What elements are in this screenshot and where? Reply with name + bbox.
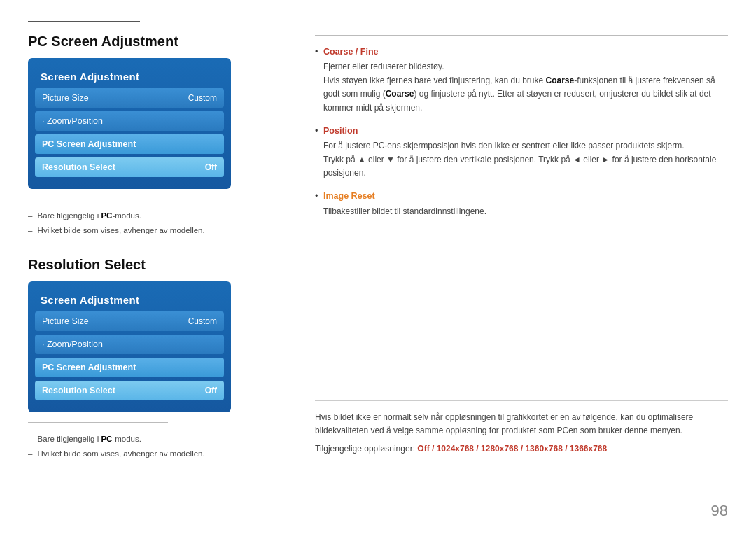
- menu-item-label: Resolution Select: [42, 386, 115, 395]
- section2-menu-card: Screen Adjustment Picture Size Custom · …: [28, 281, 231, 412]
- menu-item-value: Custom: [188, 316, 217, 326]
- resolution-options: Tilgjengelige oppløsninger: Off / 1024x7…: [315, 442, 728, 455]
- resolution-options-label: Tilgjengelige oppløsninger:: [315, 444, 417, 454]
- menu-item-label: · Zoom/Position: [42, 339, 103, 349]
- bullet-text-position-1: For å justere PC-ens skjermposisjon hvis…: [323, 141, 685, 150]
- section1-menu-card: Screen Adjustment Picture Size Custom · …: [28, 58, 231, 189]
- resolution-options-values: Off / 1024x768 / 1280x768 / 1360x768 / 1…: [417, 444, 607, 454]
- note-line-4: – Hvilket bilde som vises, avhenger av m…: [28, 447, 280, 460]
- menu-item-pc-screen-1[interactable]: PC Screen Adjustment: [35, 134, 224, 154]
- menu-item-pc-screen-2[interactable]: PC Screen Adjustment: [35, 358, 224, 377]
- section2-title: Resolution Select: [28, 257, 280, 273]
- menu-item-label: Picture Size: [42, 93, 89, 103]
- menu-item-label: PC Screen Adjustment: [42, 363, 136, 372]
- resolution-desc: Hvis bildet ikke er normalt selv når opp…: [315, 411, 728, 437]
- bullet-title-coarse: Coarse / Fine: [323, 45, 728, 59]
- right-mid-divider: [315, 400, 728, 401]
- menu-item-label: Resolution Select: [42, 162, 115, 172]
- section2: Resolution Select Screen Adjustment Pict…: [28, 257, 280, 461]
- menu-item-value: Off: [205, 386, 217, 395]
- section2-menu-title: Screen Adjustment: [35, 290, 224, 311]
- menu-item-zoom-2[interactable]: · Zoom/Position: [35, 335, 224, 354]
- menu-item-label: Picture Size: [42, 316, 89, 326]
- menu-item-zoom-1[interactable]: · Zoom/Position: [35, 111, 224, 131]
- menu-item-label: · Zoom/Position: [42, 116, 103, 126]
- header-line-long: [146, 22, 280, 22]
- header-line-short: [28, 21, 140, 22]
- note-line-2: – Hvilket bilde som vises, avhenger av m…: [28, 224, 280, 237]
- bullet-text-coarse-2: Hvis støyen ikke fjernes bare ved finjus…: [323, 76, 715, 113]
- menu-item-resolution-1[interactable]: Resolution Select Off: [35, 157, 224, 177]
- note-line-3: – Bare tilgjengelig i PC-modus.: [28, 433, 280, 445]
- page-number: 98: [711, 502, 728, 520]
- section2-notes: – Bare tilgjengelig i PC-modus. – Hvilke…: [28, 433, 280, 461]
- menu-item-value: Custom: [188, 93, 217, 103]
- bullet-text-coarse-1: Fjerner eller reduserer bildestøy.: [323, 62, 444, 71]
- note-line-1: – Bare tilgjengelig i PC-modus.: [28, 209, 280, 222]
- menu-item-value: Off: [205, 162, 217, 172]
- header-lines: [28, 21, 280, 22]
- menu-item-label: PC Screen Adjustment: [42, 139, 136, 149]
- menu-item-picture-size-2[interactable]: Picture Size Custom: [35, 311, 224, 331]
- bullet-text-image-reset: Tilbakestiller bildet til standardinnsti…: [323, 206, 486, 216]
- section1: PC Screen Adjustment Screen Adjustment P…: [28, 34, 280, 237]
- section1-title: PC Screen Adjustment: [28, 34, 280, 50]
- bullet-image-reset: Image Reset Tilbakestiller bildet til st…: [315, 190, 728, 218]
- bullet-coarse-fine: Coarse / Fine Fjerner eller reduserer bi…: [315, 45, 728, 115]
- bullet-section: Coarse / Fine Fjerner eller reduserer bi…: [315, 45, 728, 218]
- section1-menu-title: Screen Adjustment: [35, 66, 224, 88]
- right-top-divider: [315, 35, 728, 36]
- bullet-title-image-reset: Image Reset: [323, 190, 728, 203]
- bullet-text-position-2: Trykk på ▲ eller ▼ for å justere den ver…: [323, 155, 716, 178]
- bullet-position: Position For å justere PC-ens skjermposi…: [315, 125, 728, 181]
- section2-divider: [28, 422, 168, 423]
- menu-item-resolution-2[interactable]: Resolution Select Off: [35, 381, 224, 400]
- section1-divider: [28, 199, 168, 199]
- right-panel: Coarse / Fine Fjerner eller reduserer bi…: [294, 21, 728, 513]
- left-panel: PC Screen Adjustment Screen Adjustment P…: [28, 21, 294, 513]
- bullet-title-position: Position: [323, 125, 728, 138]
- menu-item-picture-size-1[interactable]: Picture Size Custom: [35, 88, 224, 108]
- section1-notes: – Bare tilgjengelig i PC-modus. – Hvilke…: [28, 209, 280, 237]
